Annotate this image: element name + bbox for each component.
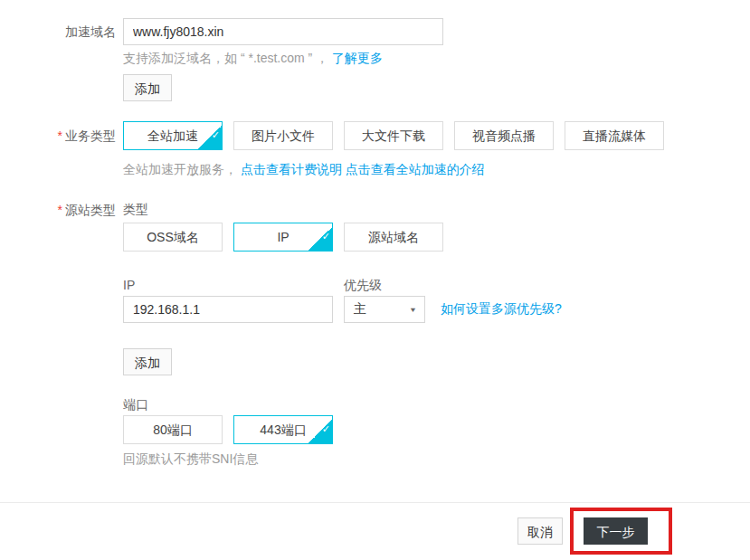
next-step-button[interactable]: 下一步 xyxy=(584,517,648,545)
origin-type-option-label: IP xyxy=(277,230,289,244)
business-type-option-label: 直播流媒体 xyxy=(583,128,646,143)
multi-origin-priority-help-link[interactable]: 如何设置多源优先级? xyxy=(441,301,562,318)
add-domain-button[interactable]: 添加 xyxy=(123,74,172,101)
business-type-option-label: 图片小文件 xyxy=(252,128,315,143)
business-type-option[interactable]: 视音频点播 ✓ xyxy=(454,121,554,150)
origin-type-option-label: 源站域名 xyxy=(368,230,419,244)
port-option[interactable]: 443端口 ✓ xyxy=(233,415,333,444)
learn-more-link[interactable]: 了解更多 xyxy=(332,51,383,65)
origin-type-option[interactable]: 源站域名 ✓ xyxy=(344,223,443,252)
ip-input[interactable] xyxy=(123,296,333,323)
business-type-option-label: 视音频点播 xyxy=(472,128,536,143)
dcdn-intro-link[interactable]: 点击查看全站加速的介绍 xyxy=(346,162,485,176)
domain-label-text: 加速域名 xyxy=(65,24,116,39)
business-type-option[interactable]: 直播流媒体 ✓ xyxy=(565,121,664,150)
business-type-label-text: 业务类型 xyxy=(65,128,116,143)
business-type-option[interactable]: 图片小文件 ✓ xyxy=(233,121,333,150)
business-type-option-label: 大文件下载 xyxy=(362,128,425,143)
domain-help-text: 支持添加泛域名，如 “ *.test.com ” ， xyxy=(123,51,328,65)
business-type-option-label: 全站加速 xyxy=(147,128,198,143)
add-cdn-domain-form: 加速域名 支持添加泛域名，如 “ *.test.com ” ， 了解更多 添加 … xyxy=(0,0,750,560)
caret-down-icon: ▼ xyxy=(409,306,417,314)
required-asterisk: * xyxy=(58,128,62,143)
business-type-label: *业务类型 xyxy=(0,121,116,150)
origin-type-sub-label: 类型 xyxy=(123,201,148,217)
footer-divider xyxy=(0,502,750,503)
priority-field-label: 优先级 xyxy=(344,277,382,293)
business-type-note-text: 全站加速开放服务， xyxy=(123,162,237,176)
origin-type-option[interactable]: OSS域名 ✓ xyxy=(123,223,223,252)
origin-type-option[interactable]: IP ✓ xyxy=(233,223,333,252)
sni-note: 回源默认不携带SNI信息 xyxy=(123,451,258,467)
origin-type-options: OSS域名 ✓ IP ✓ 源站域名 ✓ xyxy=(123,223,443,252)
required-asterisk: * xyxy=(58,203,62,217)
port-option-label: 80端口 xyxy=(153,422,193,437)
origin-type-label: *源站类型 xyxy=(0,201,116,219)
port-field-label: 端口 xyxy=(123,396,148,413)
business-type-options: 全站加速 ✓ 图片小文件 ✓ 大文件下载 ✓ 视音频点播 ✓ 直播流媒体 ✓ xyxy=(123,121,664,150)
selected-check-icon: ✓ xyxy=(309,420,332,443)
priority-select-value: 主 xyxy=(354,301,366,318)
add-origin-button[interactable]: 添加 xyxy=(123,348,172,375)
port-option-label: 443端口 xyxy=(260,422,306,437)
selected-check-icon: ✓ xyxy=(309,227,332,251)
ip-field-label: IP xyxy=(123,277,135,293)
billing-info-link[interactable]: 点击查看计费说明 xyxy=(241,162,342,176)
port-options: 80端口 ✓ 443端口 ✓ xyxy=(123,415,333,444)
domain-label: 加速域名 xyxy=(0,18,116,45)
domain-help: 支持添加泛域名，如 “ *.test.com ” ， 了解更多 xyxy=(123,50,383,66)
business-type-note: 全站加速开放服务， 点击查看计费说明 点击查看全站加速的介绍 xyxy=(123,161,485,177)
port-option[interactable]: 80端口 ✓ xyxy=(123,415,223,444)
domain-input[interactable] xyxy=(123,18,443,45)
business-type-option[interactable]: 全站加速 ✓ xyxy=(123,121,223,150)
selected-check-icon: ✓ xyxy=(198,126,222,149)
origin-type-option-label: OSS域名 xyxy=(147,230,199,244)
priority-select[interactable]: 主 ▼ xyxy=(344,296,425,323)
origin-type-label-text: 源站类型 xyxy=(65,203,116,217)
business-type-option[interactable]: 大文件下载 ✓ xyxy=(344,121,443,150)
cancel-button[interactable]: 取消 xyxy=(517,517,563,545)
